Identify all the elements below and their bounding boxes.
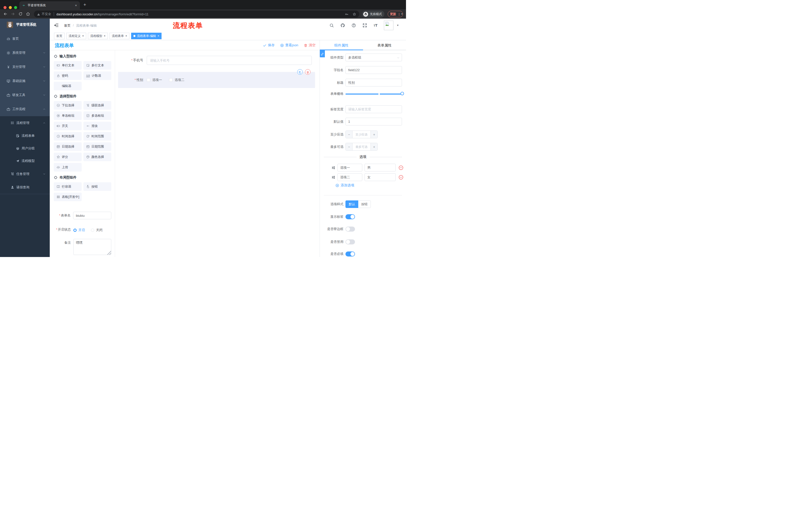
- component-item-上传[interactable]: 上传: [54, 163, 82, 171]
- component-item-多行文本[interactable]: 多行文本: [83, 61, 111, 70]
- sidebar-item-user-group[interactable]: 用户分组: [0, 142, 50, 155]
- component-type-select[interactable]: [345, 54, 402, 61]
- sidebar-item-leave-query[interactable]: 请假查询: [0, 181, 50, 194]
- avatar[interactable]: [384, 21, 394, 30]
- save-button[interactable]: 保存: [263, 43, 274, 48]
- status-off-radio[interactable]: 关闭: [91, 228, 103, 232]
- title-input[interactable]: [345, 79, 402, 86]
- new-tab-button[interactable]: +: [83, 2, 86, 7]
- component-item-计数器[interactable]: 123计数器: [83, 72, 111, 80]
- component-item-编辑器[interactable]: 编辑器: [54, 82, 82, 90]
- slider-handle[interactable]: [401, 92, 404, 95]
- remove-option-button[interactable]: [399, 165, 404, 170]
- component-item-级联选择[interactable]: 级联选择: [83, 101, 111, 110]
- component-item-密码[interactable]: 密码: [54, 72, 82, 80]
- home-icon[interactable]: [26, 12, 30, 16]
- fullscreen-icon[interactable]: [362, 23, 367, 28]
- sidebar-item-system[interactable]: 系统管理: [0, 46, 50, 60]
- component-item-按钮[interactable]: 按钮: [83, 182, 111, 191]
- option-value-input[interactable]: [365, 173, 396, 181]
- component-item-日期选择[interactable]: 日期选择: [54, 142, 82, 151]
- security-label[interactable]: 不安全: [42, 12, 54, 16]
- toggle-switch[interactable]: [345, 251, 355, 256]
- component-item-时间选择[interactable]: 时间选择: [54, 132, 82, 141]
- help-icon[interactable]: [351, 23, 356, 28]
- stepper-plus-button[interactable]: +: [371, 131, 377, 138]
- close-window-button[interactable]: [3, 6, 6, 9]
- font-size-icon[interactable]: TT: [374, 23, 377, 27]
- stepper-minus-button[interactable]: −: [346, 143, 352, 151]
- gender-field-selected[interactable]: *性别 选项一选项二: [118, 72, 315, 88]
- copy-component-button[interactable]: [297, 69, 303, 75]
- minimize-window-button[interactable]: [9, 6, 12, 9]
- checkbox-option-选项一[interactable]: 选项一: [147, 78, 162, 82]
- browser-menu-icon[interactable]: ⋮: [398, 12, 401, 16]
- sidebar-item-process-model[interactable]: 流程模型: [0, 155, 50, 167]
- tab-component-props[interactable]: 组件属性: [320, 40, 363, 50]
- sidebar-item-devtool[interactable]: 研发工具: [0, 88, 50, 102]
- back-icon[interactable]: [3, 12, 7, 16]
- tab-close-icon[interactable]: ×: [75, 3, 77, 7]
- label-width-input[interactable]: [345, 105, 402, 113]
- toggle-switch[interactable]: [345, 239, 355, 244]
- component-item-时间范围[interactable]: 时间范围: [83, 132, 111, 141]
- tag-流程模型[interactable]: 流程模型×: [88, 33, 108, 39]
- component-item-日期范围[interactable]: 日期范围: [83, 142, 111, 151]
- url-text[interactable]: dashboard.yudao.iocoder.cn/bpm/manager/f…: [57, 12, 149, 16]
- tag-流程表单-编辑[interactable]: 流程表单-编辑×: [131, 33, 162, 39]
- forward-icon[interactable]: [11, 12, 15, 16]
- field-name-input[interactable]: [345, 66, 402, 74]
- component-item-滑块[interactable]: 滑块: [83, 122, 111, 130]
- key-icon[interactable]: [345, 12, 348, 16]
- reload-icon[interactable]: [18, 12, 23, 16]
- github-icon[interactable]: [341, 23, 345, 28]
- tag-流程定义[interactable]: 流程定义×: [66, 33, 86, 39]
- max-select-input[interactable]: [352, 143, 371, 151]
- remark-textarea[interactable]: 嘿嘿: [74, 239, 111, 255]
- avatar-dropdown-icon[interactable]: ▾: [397, 24, 399, 27]
- form-name-input[interactable]: [73, 212, 111, 219]
- view-json-button[interactable]: 查看json: [280, 43, 298, 48]
- checkbox-option-选项二[interactable]: 选项二: [169, 78, 184, 82]
- component-type-value[interactable]: [345, 54, 402, 61]
- option-value-input[interactable]: [365, 164, 396, 171]
- sidebar-item-home[interactable]: 首页: [0, 32, 50, 46]
- delete-component-button[interactable]: [305, 69, 311, 75]
- tag-close-icon[interactable]: ×: [82, 34, 84, 38]
- default-value-input[interactable]: [345, 118, 402, 126]
- tag-流程表单[interactable]: 流程表单×: [110, 33, 129, 39]
- breadcrumb-home[interactable]: 首页: [64, 23, 70, 28]
- component-item-单选框组[interactable]: 单选框组: [54, 111, 82, 120]
- component-item-单行文本[interactable]: 单行文本: [54, 61, 82, 70]
- phone-field[interactable]: *手机号: [115, 56, 320, 65]
- bookmark-star-icon[interactable]: [352, 12, 356, 16]
- component-item-开关[interactable]: 开关: [54, 122, 82, 130]
- form-canvas[interactable]: *手机号 *性别 选项一选项二: [115, 50, 320, 257]
- component-item-颜色选择[interactable]: 颜色选择: [83, 153, 111, 161]
- option-label-input[interactable]: [338, 173, 362, 181]
- zoom-window-button[interactable]: [14, 6, 17, 9]
- option-label-input[interactable]: [338, 164, 362, 171]
- tag-首页[interactable]: 首页: [54, 33, 64, 39]
- component-item-下拉选择[interactable]: 下拉选择: [54, 101, 82, 110]
- window-controls[interactable]: [3, 6, 17, 9]
- status-on-radio[interactable]: 开启: [74, 228, 85, 232]
- tab-form-props[interactable]: 表单属性: [363, 40, 406, 50]
- phone-field-input[interactable]: [147, 56, 312, 65]
- sidebar-item-task-mgmt[interactable]: 任务管理: [0, 167, 50, 181]
- component-item-多选框组[interactable]: 多选框组: [83, 111, 111, 120]
- tag-close-icon[interactable]: ×: [104, 34, 106, 38]
- sidebar-item-pay[interactable]: 支付管理: [0, 60, 50, 74]
- component-item-表格[开发中][interactable]: 表格[开发中]: [54, 193, 82, 201]
- sidebar-item-infra[interactable]: 基础设施: [0, 74, 50, 88]
- sidebar-item-process-form[interactable]: 流程表单: [0, 130, 50, 142]
- style-option-按钮[interactable]: 按钮: [358, 200, 371, 208]
- add-option-button[interactable]: 添加选项: [336, 183, 354, 188]
- min-select-input[interactable]: [352, 131, 371, 138]
- component-item-评分[interactable]: 评分: [54, 153, 82, 161]
- component-item-行容器[interactable]: 行容器: [54, 182, 82, 191]
- sidebar-item-workflow[interactable]: 工作流程: [0, 102, 50, 116]
- sidebar-fold-icon[interactable]: [54, 23, 59, 28]
- address-bar[interactable]: 不安全 dashboard.yudao.iocoder.cn/bpm/manag…: [34, 10, 359, 18]
- tag-close-icon[interactable]: ×: [157, 34, 159, 38]
